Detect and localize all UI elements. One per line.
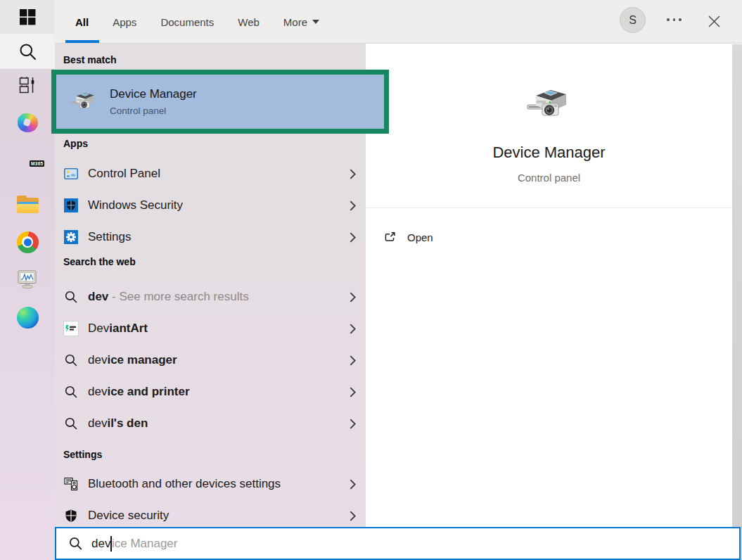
search-icon <box>63 353 79 367</box>
chevron-right-icon[interactable] <box>350 169 356 179</box>
result-label: Settings <box>88 230 131 244</box>
copilot-icon <box>18 113 38 132</box>
tab-all[interactable]: All <box>75 16 89 28</box>
taskbar-chrome-button[interactable] <box>0 226 55 258</box>
search-input[interactable]: device Manager <box>55 527 741 560</box>
result-label: Bluetooth and other devices settings <box>88 477 281 491</box>
open-external-icon <box>383 231 397 244</box>
windows-security-icon <box>63 198 79 212</box>
chevron-right-icon[interactable] <box>350 292 356 303</box>
section-best-match: Best match <box>63 54 116 65</box>
taskbar-pinned-app-button[interactable] <box>0 69 55 101</box>
windows-search-flyout: M365 All Apps <box>0 0 742 560</box>
tab-more[interactable]: More <box>283 16 319 28</box>
result-row-deviantart[interactable]: DeviantArt <box>55 313 366 344</box>
preview-divider <box>366 208 732 208</box>
preview-subtitle: Control panel <box>366 172 732 184</box>
result-label: DeviantArt <box>88 322 148 336</box>
chevron-right-icon[interactable] <box>350 232 356 243</box>
result-label: Control Panel <box>88 167 160 181</box>
settings-gear-icon <box>63 230 79 244</box>
result-row-control-panel[interactable]: Control Panel <box>55 158 366 189</box>
search-icon <box>68 536 83 551</box>
deviantart-icon <box>63 321 79 336</box>
open-action[interactable]: Open <box>383 226 433 248</box>
chevron-right-icon[interactable] <box>350 355 356 366</box>
result-row-web-dev[interactable]: dev - See more search results <box>55 281 366 312</box>
preview-title: Device Manager <box>366 144 732 162</box>
m365-badge: M365 <box>30 160 44 167</box>
taskbar-file-explorer-button[interactable] <box>0 188 55 220</box>
edge-icon <box>17 307 39 329</box>
chrome-icon <box>17 231 39 253</box>
annotation-highlight-box: Device Manager Control panel <box>51 70 389 134</box>
active-tab-underline <box>65 40 99 43</box>
close-icon <box>708 15 721 28</box>
account-avatar[interactable]: S <box>620 7 646 33</box>
section-search-the-web: Search the web <box>63 256 136 267</box>
search-icon <box>63 290 79 304</box>
dropdown-arrow-icon <box>312 20 319 24</box>
tab-apps[interactable]: Apps <box>113 16 136 28</box>
best-match-item[interactable]: Device Manager Control panel <box>110 87 197 116</box>
section-settings: Settings <box>63 449 102 460</box>
more-options-icon[interactable] <box>667 18 682 21</box>
result-row-web-device-manager[interactable]: device manager <box>55 345 366 376</box>
result-row-settings[interactable]: Settings <box>55 222 366 253</box>
chevron-right-icon[interactable] <box>350 419 356 429</box>
taskbar: M365 <box>0 0 55 560</box>
result-row-web-device-and-printer[interactable]: device and printer <box>55 376 366 407</box>
section-apps: Apps <box>63 138 88 149</box>
result-label: device manager <box>88 353 177 367</box>
chevron-right-icon[interactable] <box>350 511 356 521</box>
chevron-right-icon[interactable] <box>350 479 356 490</box>
taskbar-m365-copilot-button[interactable]: M365 <box>0 148 55 180</box>
security-shield-icon <box>63 509 79 523</box>
file-explorer-icon <box>17 196 39 213</box>
open-label: Open <box>407 231 433 243</box>
task-view-icon <box>17 75 38 96</box>
devices-icon <box>63 477 79 491</box>
tab-web[interactable]: Web <box>238 16 260 28</box>
device-manager-icon <box>526 83 571 128</box>
search-filter-tabs: All Apps Documents Web More <box>75 0 319 44</box>
chevron-right-icon[interactable] <box>350 201 356 211</box>
control-panel-icon <box>63 168 79 179</box>
search-icon <box>63 416 79 431</box>
best-match-subtitle: Control panel <box>110 106 197 116</box>
result-label: Windows Security <box>88 198 183 212</box>
start-button[interactable] <box>0 0 55 34</box>
windows-start-icon <box>20 9 36 25</box>
device-manager-icon <box>70 89 97 115</box>
best-match-title: Device Manager <box>110 87 197 101</box>
system-monitor-icon <box>17 269 38 290</box>
window-edge-strip <box>732 44 742 560</box>
result-row-windows-security[interactable]: Windows Security <box>55 190 366 221</box>
result-row-bluetooth-settings[interactable]: Bluetooth and other devices settings <box>55 469 366 499</box>
inline-suggestion: ice Manager <box>112 537 178 551</box>
result-label: dev - See more search results <box>88 290 249 304</box>
preview-pane: Device Manager Control panel Open <box>366 44 732 527</box>
result-label: devil's den <box>88 416 148 431</box>
taskbar-system-monitor-button[interactable] <box>0 263 55 295</box>
chevron-right-icon[interactable] <box>350 387 356 397</box>
taskbar-search-button[interactable] <box>0 34 55 69</box>
result-label: device and printer <box>88 385 190 399</box>
search-icon <box>63 385 79 399</box>
search-input-text: device Manager <box>91 536 177 552</box>
result-label: Device security <box>88 509 169 523</box>
tab-documents[interactable]: Documents <box>160 16 214 28</box>
search-icon <box>18 42 37 61</box>
taskbar-copilot-button[interactable] <box>0 106 55 139</box>
taskbar-edge-button[interactable] <box>0 301 55 333</box>
close-button[interactable] <box>705 11 723 31</box>
search-header: All Apps Documents Web More S <box>55 0 742 44</box>
result-row-web-devils-den[interactable]: devil's den <box>55 408 366 439</box>
chevron-right-icon[interactable] <box>350 324 356 334</box>
